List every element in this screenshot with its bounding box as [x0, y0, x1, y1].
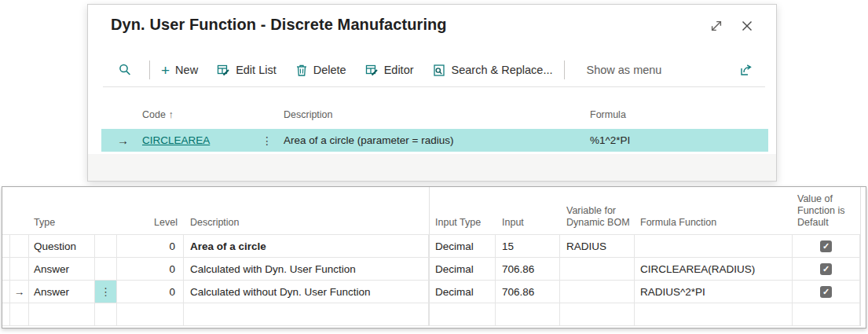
function-row-circlearea[interactable]: → CIRCLEAREA ⋮ Area of a circle (paramet…	[101, 129, 768, 152]
column-header-type[interactable]: Type	[34, 217, 55, 229]
row-arrow-cell[interactable]	[10, 303, 29, 325]
input-cell[interactable]	[496, 303, 560, 325]
description-cell[interactable]: Area of a circle (parameter = radius)	[284, 129, 453, 152]
value-default-checkbox[interactable]	[820, 240, 832, 252]
screen: Dyn. User Function - Discrete Manufactur…	[0, 0, 868, 334]
edit-list-button[interactable]: Edit List	[217, 64, 277, 77]
editor-button[interactable]: Editor	[365, 64, 414, 77]
row-indicator-cell[interactable]	[2, 235, 10, 257]
delete-button[interactable]: Delete	[295, 64, 346, 77]
column-header-input[interactable]: Input	[502, 217, 524, 229]
value-default-checkbox[interactable]	[820, 309, 832, 321]
row-options-icon[interactable]: ⋮	[95, 281, 117, 303]
trash-icon	[295, 64, 308, 77]
description-cell[interactable]: Area of a circle	[184, 235, 429, 257]
search-replace-button[interactable]: Search & Replace...	[433, 64, 553, 77]
plus-icon: +	[161, 63, 170, 78]
table-row-selected: → Answer ⋮ 0 Calculated without Dyn. Use…	[2, 281, 860, 303]
input-type-cell[interactable]: Decimal	[429, 258, 496, 280]
type-cell[interactable]: Question	[29, 235, 95, 257]
column-header-formula-function[interactable]: Formula Function	[640, 217, 716, 229]
type-cell[interactable]: Answer	[29, 258, 95, 280]
toolbar-divider	[149, 61, 150, 79]
row-options-cell[interactable]	[95, 235, 117, 257]
type-cell[interactable]	[29, 303, 95, 325]
level-cell[interactable]: 0	[117, 281, 184, 303]
code-cell[interactable]: CIRCLEAREA	[142, 129, 210, 152]
column-header-level[interactable]: Level	[117, 217, 178, 229]
description-cell[interactable]: Calculated with Dyn. User Function	[184, 258, 429, 280]
search-button[interactable]	[112, 58, 138, 82]
row-options-cell[interactable]	[95, 303, 117, 325]
variable-cell[interactable]	[560, 258, 635, 280]
editor-button-label: Editor	[384, 64, 414, 76]
default-checkbox-cell	[793, 303, 860, 325]
row-indicator-cell[interactable]	[2, 258, 10, 280]
column-header-formula[interactable]: Formula	[590, 109, 626, 120]
default-checkbox-cell	[793, 258, 860, 280]
toolbar-actions: + New Edit List	[161, 63, 553, 78]
expand-icon	[709, 18, 724, 34]
description-cell[interactable]	[184, 303, 429, 325]
variable-cell[interactable]: RADIUS	[560, 235, 635, 257]
formula-cell[interactable]: %1^2*PI	[590, 129, 630, 152]
code-header-label: Code	[142, 109, 166, 120]
bom-worksheet-window: Type Level Description Input Type Input …	[2, 186, 866, 328]
expand-button[interactable]	[708, 17, 725, 35]
column-header-input-type[interactable]: Input Type	[435, 217, 481, 229]
row-arrow-cell[interactable]	[10, 258, 29, 280]
row-indicator-cell[interactable]	[2, 303, 10, 325]
description-cell[interactable]: Calculated without Dyn. User Function	[184, 281, 429, 303]
toolbar-bottom-border	[103, 86, 765, 87]
input-type-cell[interactable]: Decimal	[429, 281, 496, 303]
value-default-checkbox[interactable]	[820, 263, 832, 275]
column-header-code[interactable]: Code ↑	[142, 109, 174, 120]
formula-function-cell[interactable]: RADIUS^2*PI	[635, 281, 793, 303]
close-button[interactable]	[738, 17, 756, 35]
level-cell[interactable]	[117, 303, 184, 325]
formula-function-cell[interactable]	[635, 235, 793, 257]
column-header-variable-for-dynamic-bom[interactable]: Variable for Dynamic BOM	[566, 205, 634, 229]
variable-cell[interactable]	[560, 281, 635, 303]
row-arrow-cell[interactable]	[10, 235, 29, 257]
formula-function-cell[interactable]: CIRCLEAREA(RADIUS)	[635, 258, 793, 280]
circlearea-link[interactable]: CIRCLEAREA	[142, 134, 210, 146]
share-icon	[738, 62, 754, 78]
level-cell[interactable]: 0	[117, 258, 184, 280]
input-cell[interactable]: 706.86	[496, 281, 560, 303]
input-cell[interactable]: 706.86	[496, 258, 560, 280]
row-indicator-cell[interactable]	[2, 281, 10, 303]
action-toolbar: + New Edit List	[104, 53, 754, 86]
column-header-description[interactable]: Description	[284, 109, 333, 120]
close-icon	[739, 18, 755, 34]
search-replace-button-label: Search & Replace...	[452, 64, 553, 76]
row-options-icon[interactable]: ⋮	[262, 129, 273, 152]
sort-ascending-icon: ↑	[168, 109, 173, 120]
table-row-empty	[2, 303, 860, 326]
row-options-cell[interactable]	[95, 258, 117, 280]
delete-button-label: Delete	[313, 64, 346, 76]
toolbar-divider-2	[564, 61, 565, 79]
input-type-cell[interactable]: Decimal	[429, 235, 496, 257]
formula-function-cell[interactable]	[635, 303, 793, 325]
default-checkbox-cell	[793, 281, 860, 303]
type-cell[interactable]: Answer	[29, 281, 95, 303]
column-header-description2[interactable]: Description	[190, 217, 240, 229]
default-checkbox-cell	[793, 235, 860, 257]
active-row-arrow-icon: →	[117, 129, 129, 152]
empty-grid-area	[88, 154, 776, 181]
level-cell[interactable]: 0	[117, 235, 184, 257]
value-default-checkbox[interactable]	[820, 286, 832, 298]
new-button[interactable]: + New	[161, 63, 198, 78]
show-as-menu-button[interactable]: Show as menu	[587, 64, 662, 76]
worksheet-rows: Question 0 Area of a circle Decimal 15 R…	[2, 234, 860, 326]
variable-cell[interactable]	[560, 303, 635, 325]
edit-list-icon	[217, 64, 230, 77]
column-header-value-of-function-is-default[interactable]: Value of Function is Default	[797, 193, 854, 229]
search-icon	[118, 63, 132, 77]
input-cell[interactable]: 15	[496, 235, 560, 257]
window-controls	[708, 17, 756, 35]
editor-icon	[365, 64, 379, 77]
input-type-cell[interactable]	[429, 303, 496, 325]
share-button[interactable]	[738, 62, 754, 78]
